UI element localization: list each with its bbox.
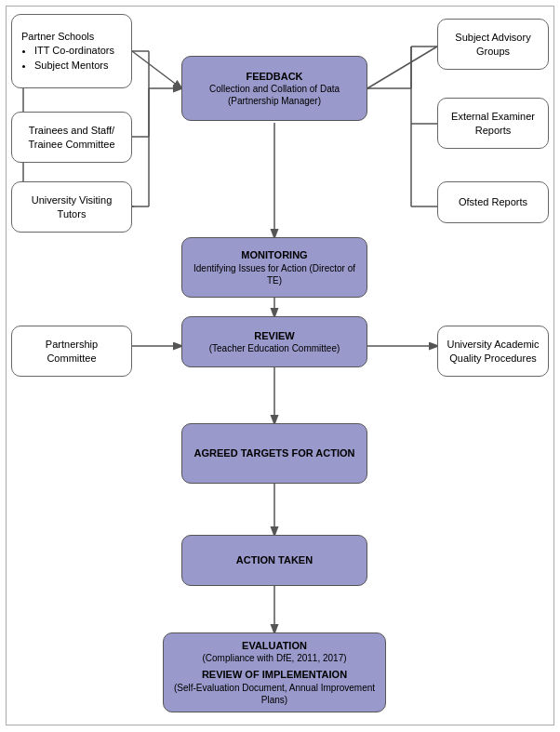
diagram-container: Partner Schools ITT Co-ordinators Subjec… [0,0,560,732]
review-impl-title: REVIEW OF IMPLEMENTAION [202,668,347,681]
external-examiner-box: External Examiner Reports [437,98,549,149]
review-impl-subtitle: (Self-Evaluation Document, Annual Improv… [171,682,378,706]
partnership-committee-label: Partnership Committee [20,338,124,365]
itt-coordinators-item: ITT Co-ordinators [34,44,122,58]
evaluation-box: EVALUATION (Compliance with DfE, 2011, 2… [163,632,386,712]
review-subtitle: (Teacher Education Committee) [209,342,340,354]
quality-procedures-box: University Academic Quality Procedures [437,326,549,377]
review-title: REVIEW [254,329,294,342]
university-visiting-box: University Visiting Tutors [11,181,132,233]
evaluation-subtitle: (Compliance with DfE, 2011, 2017) [202,652,346,664]
partner-schools-box: Partner Schools ITT Co-ordinators Subjec… [11,14,132,88]
svg-line-1 [132,51,181,88]
agreed-targets-box: AGREED TARGETS FOR ACTION [181,423,367,484]
monitoring-box: MONITORING Identifying Issues for Action… [181,237,367,298]
trainees-staff-box: Trainees and Staff/ Trainee Committee [11,112,132,163]
agreed-targets-title: AGREED TARGETS FOR ACTION [194,446,355,459]
action-taken-title: ACTION TAKEN [236,553,313,566]
ofsted-reports-label: Ofsted Reports [459,195,527,208]
partner-schools-label: Partner Schools [21,30,122,44]
partnership-committee-box: Partnership Committee [11,326,132,377]
evaluation-title: EVALUATION [242,639,307,652]
subject-advisory-label: Subject Advisory Groups [446,31,540,58]
svg-line-10 [367,47,437,88]
trainees-staff-label: Trainees and Staff/ Trainee Committee [20,124,124,151]
ofsted-reports-box: Ofsted Reports [437,181,549,223]
review-box: REVIEW (Teacher Education Committee) [181,316,367,367]
university-visiting-label: University Visiting Tutors [20,193,124,220]
subject-advisory-box: Subject Advisory Groups [437,19,549,70]
feedback-subtitle: Collection and Collation of Data (Partne… [190,83,359,107]
feedback-box: FEEDBACK Collection and Collation of Dat… [181,56,367,121]
action-taken-box: ACTION TAKEN [181,535,367,586]
monitoring-subtitle: Identifying Issues for Action (Director … [190,262,359,286]
external-examiner-label: External Examiner Reports [446,110,540,137]
monitoring-title: MONITORING [241,248,307,261]
subject-mentors-item: Subject Mentors [34,59,122,73]
svg-line-0 [132,51,181,88]
quality-procedures-label: University Academic Quality Procedures [446,338,540,365]
feedback-title: FEEDBACK [246,70,302,83]
